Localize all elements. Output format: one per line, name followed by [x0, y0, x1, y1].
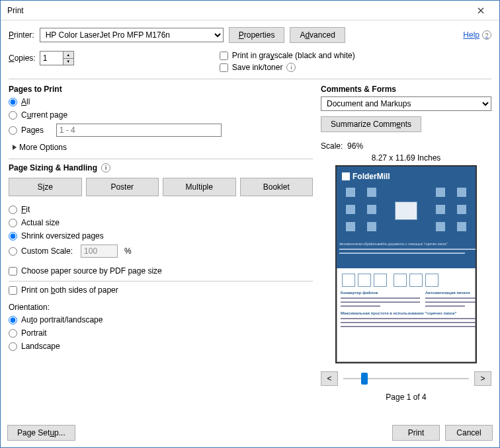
copies-stepper[interactable]: ▲ ▼: [40, 51, 74, 65]
preview-page-slider[interactable]: [343, 372, 469, 385]
actual-size-radio[interactable]: Actual size: [9, 218, 313, 227]
save-ink-checkbox[interactable]: Save ink/toner i: [220, 63, 355, 72]
orientation-auto-radio[interactable]: Auto portrait/landscape: [9, 315, 313, 324]
copies-label: Copies:: [9, 54, 36, 63]
pages-range-radio[interactable]: Pages: [9, 124, 313, 137]
grayscale-checkbox[interactable]: Print in grayscale (black and white): [220, 51, 355, 60]
orientation-portrait-radio[interactable]: Portrait: [9, 328, 313, 338]
cancel-button[interactable]: Cancel: [445, 425, 493, 441]
paper-source-checkbox[interactable]: Choose paper source by PDF page size: [9, 266, 313, 276]
orientation-label: Orientation:: [9, 303, 313, 312]
preview-next-button[interactable]: >: [474, 371, 491, 386]
multiple-button[interactable]: Multiple: [163, 178, 236, 196]
fit-radio[interactable]: Fit: [9, 205, 313, 214]
help-icon: ?: [482, 30, 491, 40]
comments-forms-title: Comments & Forms: [321, 85, 491, 94]
shrink-radio[interactable]: Shrink oversized pages: [9, 231, 313, 241]
print-dialog: Print Printer: HP Color LaserJet Pro MFP…: [0, 0, 500, 448]
comments-select[interactable]: Document and Markups: [321, 96, 491, 111]
both-sides-checkbox[interactable]: Print on both sides of paper: [9, 285, 313, 295]
pages-current-radio[interactable]: Current page: [9, 110, 313, 120]
copies-down[interactable]: ▼: [63, 59, 73, 65]
page-setup-button[interactable]: Page Setup...: [7, 425, 75, 441]
poster-button[interactable]: Poster: [86, 178, 159, 196]
scale-value: 96%: [347, 141, 363, 151]
custom-scale-radio[interactable]: Custom Scale: %: [9, 244, 313, 258]
advanced-button[interactable]: Advanced: [290, 27, 345, 43]
more-options-toggle[interactable]: More Options: [13, 143, 313, 152]
info-icon: i: [286, 63, 296, 72]
summarize-comments-button[interactable]: Summarize Comments: [321, 116, 421, 132]
scale-label: Scale:: [321, 141, 343, 151]
divider: [9, 79, 491, 79]
copies-input[interactable]: [40, 52, 63, 65]
titlebar: Print: [1, 1, 499, 20]
preview-prev-button[interactable]: <: [321, 371, 338, 386]
custom-scale-input[interactable]: [81, 244, 118, 258]
page-indicator: Page 1 of 4: [321, 392, 491, 402]
orientation-landscape-radio[interactable]: Landscape: [9, 342, 313, 351]
close-button[interactable]: [468, 1, 494, 20]
info-icon: i: [101, 163, 110, 172]
booklet-button[interactable]: Booklet: [240, 178, 313, 196]
print-preview: FolderMill: [335, 165, 477, 363]
pages-all-radio[interactable]: All: [9, 97, 313, 106]
print-button[interactable]: Print: [392, 425, 440, 441]
close-icon: [478, 7, 484, 14]
sizing-title: Page Sizing & Handling i: [9, 163, 313, 172]
pages-to-print-title: Pages to Print: [9, 85, 313, 94]
window-title: Print: [6, 6, 24, 15]
properties-button[interactable]: Properties: [229, 27, 285, 43]
copies-up[interactable]: ▲: [63, 52, 73, 59]
size-button[interactable]: Size: [9, 178, 82, 196]
help-link[interactable]: Help ?: [463, 30, 491, 40]
printer-label: Printer:: [9, 30, 34, 40]
printer-select[interactable]: HP Color LaserJet Pro MFP M176n: [40, 28, 224, 42]
chevron-right-icon: [13, 145, 17, 150]
page-dimensions: 8.27 x 11.69 Inches: [321, 153, 491, 163]
pages-range-input[interactable]: [56, 124, 222, 137]
